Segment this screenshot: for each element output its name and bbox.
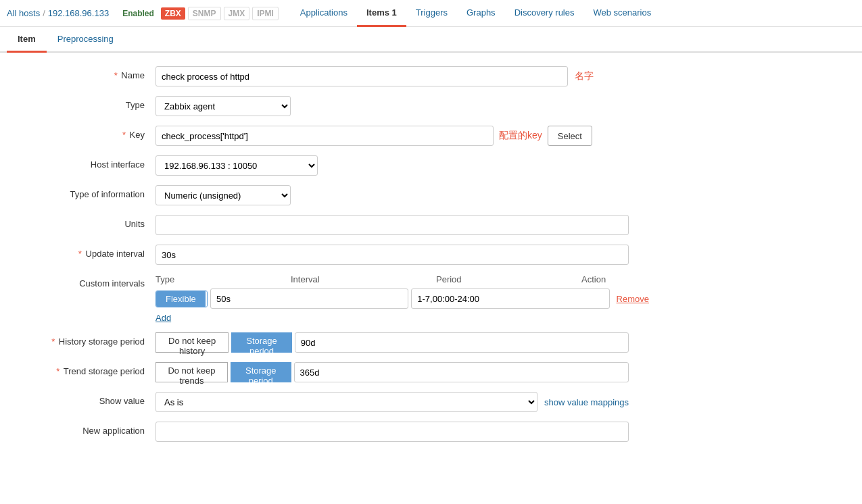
tab-preprocessing[interactable]: Preprocessing [47,27,124,53]
breadcrumb-separator: / [43,8,45,18]
history-storage-row: Do not keep history Storage period [155,332,629,353]
ci-flexible-btn[interactable]: Flexible [156,291,206,307]
show-value-inner: As is show value mappings [155,392,629,412]
key-input-row: 配置的key Select [155,126,629,146]
units-label: Units [20,215,155,229]
host-ip-link[interactable]: 192.168.96.133 [48,8,109,18]
key-required: * [122,130,126,140]
ci-add-row: Add [155,313,649,323]
host-interface-control: 192.168.96.133 : 10050 [155,155,629,176]
ci-header: Type Interval Period Action [155,274,649,284]
show-value-label: Show value [20,392,155,406]
trend-storage-period-btn[interactable]: Storage period [231,362,291,382]
nav-graphs[interactable]: Graphs [457,0,505,27]
ci-row: Flexible Scheduling Remove [155,288,649,309]
show-value-row: Show value As is show value mappings [20,392,842,412]
trend-required: * [56,366,59,376]
new-application-input[interactable] [155,422,629,442]
update-interval-label: * Update interval [20,245,155,259]
ci-period-input[interactable] [411,288,609,309]
trend-no-keep-btn[interactable]: Do not keep trends [155,362,228,382]
name-annotation: 名字 [575,70,594,82]
update-interval-input[interactable] [155,245,629,265]
name-row: * Name 名字 [20,66,842,86]
custom-intervals-row: Custom intervals Type Interval Period Ac… [20,274,842,323]
type-label: Type [20,96,155,110]
history-label: * History storage period [20,332,155,347]
ci-col-type-header: Type [155,274,291,284]
form-area: * Name 名字 Type Zabbix agentZabbix agent … [0,53,862,465]
units-row: Units [20,215,842,235]
custom-intervals-block: Type Interval Period Action Flexible Sch… [155,274,649,323]
trend-label: * Trend storage period [20,362,155,376]
tab-item[interactable]: Item [7,27,47,53]
ci-remove-link[interactable]: Remove [617,294,649,304]
ci-interval-input[interactable] [210,288,408,309]
history-control: Do not keep history Storage period [155,332,629,353]
badge-zbx: ZBX [161,7,185,20]
update-interval-row: * Update interval [20,245,842,265]
breadcrumb: All hosts / 192.168.96.133 [7,8,109,18]
type-control: Zabbix agentZabbix agent (active)Simple … [155,96,629,116]
name-label: * Name [20,66,155,80]
units-input[interactable] [155,215,629,235]
key-label: * Key [20,126,155,140]
host-interface-row: Host interface 192.168.96.133 : 10050 [20,155,842,176]
update-interval-control [155,245,629,265]
type-select[interactable]: Zabbix agentZabbix agent (active)Simple … [155,96,291,116]
all-hosts-link[interactable]: All hosts [7,8,40,18]
status-badges: Enabled ZBX SNMP JMX IPMI [118,7,279,20]
type-of-info-select[interactable]: Numeric (unsigned)Numeric (float)Charact… [155,185,291,205]
nav-applications[interactable]: Applications [291,0,357,27]
ci-scheduling-btn[interactable]: Scheduling [206,291,208,307]
update-interval-required: * [78,249,82,259]
badge-jmx: JMX [224,7,250,20]
nav-links: Applications Items 1 Triggers Graphs Dis… [291,0,661,27]
units-control [155,215,629,235]
ci-add-link[interactable]: Add [155,313,171,323]
history-required: * [51,336,55,347]
trend-value-input[interactable] [294,362,629,382]
nav-triggers[interactable]: Triggers [406,0,457,27]
ci-col-period-header: Period [436,274,581,284]
new-application-row: New application [20,422,842,442]
history-storage-period-btn[interactable]: Storage period [231,332,292,353]
ci-col-action-header: Action [581,274,649,284]
top-nav: All hosts / 192.168.96.133 Enabled ZBX S… [0,0,862,27]
history-value-input[interactable] [295,332,629,353]
host-interface-select[interactable]: 192.168.96.133 : 10050 [155,155,318,176]
trend-control: Do not keep trends Storage period [155,362,629,382]
nav-items[interactable]: Items 1 [357,0,406,27]
show-value-select[interactable]: As is [155,392,537,412]
type-of-info-label: Type of information [20,185,155,199]
custom-intervals-label: Custom intervals [20,274,155,288]
key-input[interactable] [155,126,494,146]
new-application-label: New application [20,422,155,436]
nav-web-scenarios[interactable]: Web scenarios [583,0,661,27]
show-value-control: As is show value mappings [155,392,629,412]
new-application-control [155,422,629,442]
key-control: 配置的key Select [155,126,629,146]
type-row: Type Zabbix agentZabbix agent (active)Si… [20,96,842,116]
history-no-keep-btn[interactable]: Do not keep history [155,332,229,353]
host-interface-label: Host interface [20,155,155,170]
tab-bar: Item Preprocessing [0,27,862,53]
name-control: 名字 [155,66,629,86]
history-row: * History storage period Do not keep his… [20,332,842,353]
trend-storage-row: Do not keep trends Storage period [155,362,629,382]
badge-ipmi: IPMI [252,7,279,20]
name-required: * [114,70,118,80]
key-row: * Key 配置的key Select [20,126,842,146]
trend-row: * Trend storage period Do not keep trend… [20,362,842,382]
badge-enabled: Enabled [118,7,158,20]
badge-snmp: SNMP [188,7,221,20]
name-input[interactable] [155,66,568,86]
type-of-info-row: Type of information Numeric (unsigned)Nu… [20,185,842,205]
nav-discovery-rules[interactable]: Discovery rules [505,0,584,27]
key-annotation: 配置的key [499,130,542,142]
key-select-button[interactable]: Select [548,126,592,146]
ci-col-interval-header: Interval [291,274,436,284]
ci-type-toggle[interactable]: Flexible Scheduling [155,291,208,307]
type-of-info-control: Numeric (unsigned)Numeric (float)Charact… [155,185,629,205]
show-value-mappings-link[interactable]: show value mappings [544,397,629,407]
